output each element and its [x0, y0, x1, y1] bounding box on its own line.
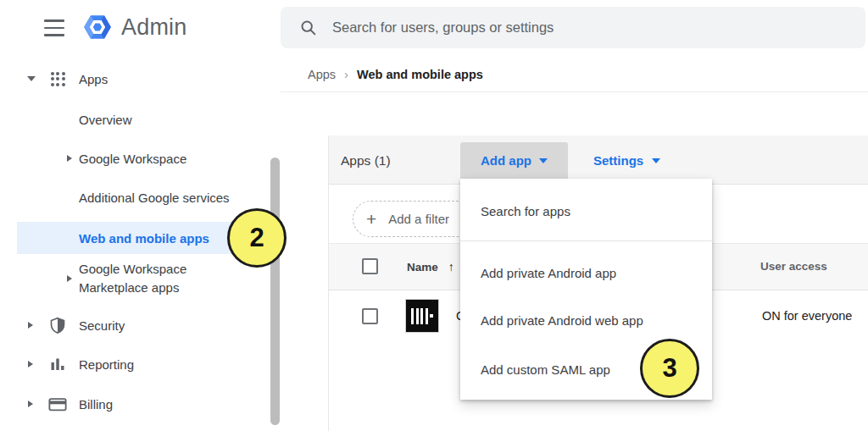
- sidebar-item-reporting[interactable]: Reporting: [0, 352, 271, 376]
- brand-title: Admin: [121, 14, 187, 41]
- add-app-button-label: Add app: [481, 153, 531, 168]
- sidebar-item-label: Billing: [79, 397, 113, 412]
- sidebar-item-label: Google Workspace: [79, 152, 186, 166]
- chevron-right-icon: [67, 155, 72, 162]
- sidebar-item-billing[interactable]: Billing: [0, 392, 271, 416]
- sidebar-item-label: Additional Google services: [79, 191, 230, 205]
- chevron-down-icon: [27, 76, 36, 81]
- sidebar-item-label: Google Workspace Marketplace apps: [79, 260, 214, 297]
- apps-grid-icon: [48, 72, 67, 86]
- sidebar-item-security[interactable]: Security: [0, 313, 271, 337]
- chevron-right-icon: [28, 401, 33, 407]
- credit-card-icon: [48, 396, 67, 412]
- apps-count-label: Apps (1): [341, 153, 391, 169]
- sidebar-item-overview[interactable]: Overview: [0, 108, 271, 131]
- menu-item-add-private-android-web-app[interactable]: Add private Android web app: [460, 301, 712, 339]
- dropdown-arrow-icon: [539, 158, 548, 163]
- admin-hexagon-icon: [81, 11, 114, 43]
- header-divider: [281, 91, 868, 92]
- sidebar-item-label: Reporting: [79, 357, 134, 372]
- sidebar-scrollbar[interactable]: [270, 157, 280, 425]
- global-search-bar[interactable]: [281, 7, 865, 48]
- user-access-column-header: User access: [760, 260, 827, 273]
- menu-item-add-private-android-app[interactable]: Add private Android app: [460, 254, 712, 291]
- chevron-right-icon: [28, 322, 33, 329]
- breadcrumb-separator: ›: [344, 67, 348, 81]
- step-3-callout-badge: 3: [640, 339, 699, 398]
- sidebar-item-google-workspace[interactable]: Google Workspace: [0, 146, 271, 170]
- menu-icon[interactable]: [44, 19, 64, 36]
- chevron-right-icon: [67, 275, 72, 282]
- breadcrumb: Apps › Web and mobile apps: [308, 67, 483, 81]
- sidebar-item-additional-google-services[interactable]: Additional Google services: [0, 185, 271, 209]
- sidebar-item-label: Apps: [79, 72, 108, 86]
- sidebar-item-label: Web and mobile apps: [79, 231, 209, 246]
- chevron-right-icon: [28, 361, 33, 367]
- name-column-header[interactable]: Name ↑: [407, 260, 454, 274]
- user-access-value: ON for everyone: [762, 309, 852, 323]
- sidebar-item-apps[interactable]: Apps: [0, 67, 271, 91]
- search-input[interactable]: [332, 19, 855, 36]
- settings-button-label: Settings: [593, 153, 643, 168]
- sort-ascending-icon: ↑: [448, 260, 454, 274]
- select-all-checkbox[interactable]: [362, 258, 378, 274]
- shield-icon: [48, 316, 67, 334]
- menu-divider: [460, 240, 712, 241]
- row-checkbox[interactable]: [362, 308, 378, 324]
- breadcrumb-apps-link[interactable]: Apps: [308, 68, 336, 81]
- search-icon: [299, 19, 317, 36]
- sidebar-item-label: Overview: [79, 113, 132, 127]
- breadcrumb-current-page: Web and mobile apps: [357, 68, 483, 81]
- menu-item-search-for-apps[interactable]: Search for apps: [460, 192, 712, 229]
- admin-logo[interactable]: Admin: [81, 11, 187, 43]
- app-logo-icon: [405, 299, 439, 333]
- add-filter-label: Add a filter: [388, 212, 449, 226]
- step-2-callout-badge: 2: [227, 208, 287, 268]
- sidebar-item-label: Security: [79, 318, 125, 333]
- bar-chart-icon: [48, 356, 67, 373]
- add-app-button[interactable]: Add app: [460, 142, 568, 179]
- settings-button[interactable]: Settings: [593, 142, 660, 179]
- dropdown-arrow-icon: [652, 158, 660, 163]
- sidebar-item-gw-marketplace-apps[interactable]: Google Workspace Marketplace apps: [0, 259, 271, 298]
- plus-icon: +: [366, 210, 376, 228]
